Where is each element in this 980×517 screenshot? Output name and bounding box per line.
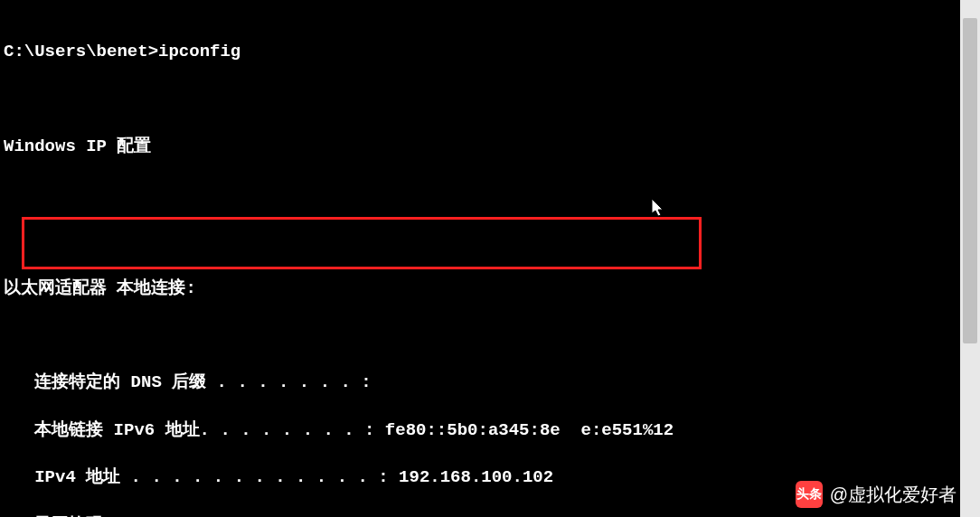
ethernet-adapter-title: 以太网适配器 本地连接:: [4, 277, 980, 300]
windows-ip-config-header: Windows IP 配置: [4, 135, 980, 158]
dns-suffix-line: 连接特定的 DNS 后缀 . . . . . . . :: [4, 371, 980, 394]
watermark: 头条 @虚拟化爱好者: [796, 481, 956, 508]
watermark-text: @虚拟化爱好者: [830, 483, 956, 507]
watermark-badge-icon: 头条: [796, 481, 823, 508]
ipv6-value: fe80::5b0:a345:8e e:e551%12: [385, 420, 674, 440]
ipv6-address-line: 本地链接 IPv6 地址. . . . . . . . : fe80::5b0:…: [4, 418, 980, 442]
subnet-mask-line: 子网掩码 . . . . . . . . . . . . : 255.255.2…: [4, 513, 980, 517]
scrollbar-thumb[interactable]: [963, 18, 977, 343]
terminal-output: C:\Users\benet>ipconfig Windows IP 配置 以太…: [0, 0, 980, 517]
command-prompt-line: C:\Users\benet>ipconfig: [4, 40, 980, 63]
vertical-scrollbar[interactable]: [960, 0, 980, 517]
ipv4-value: 192.168.100.102: [399, 467, 553, 487]
